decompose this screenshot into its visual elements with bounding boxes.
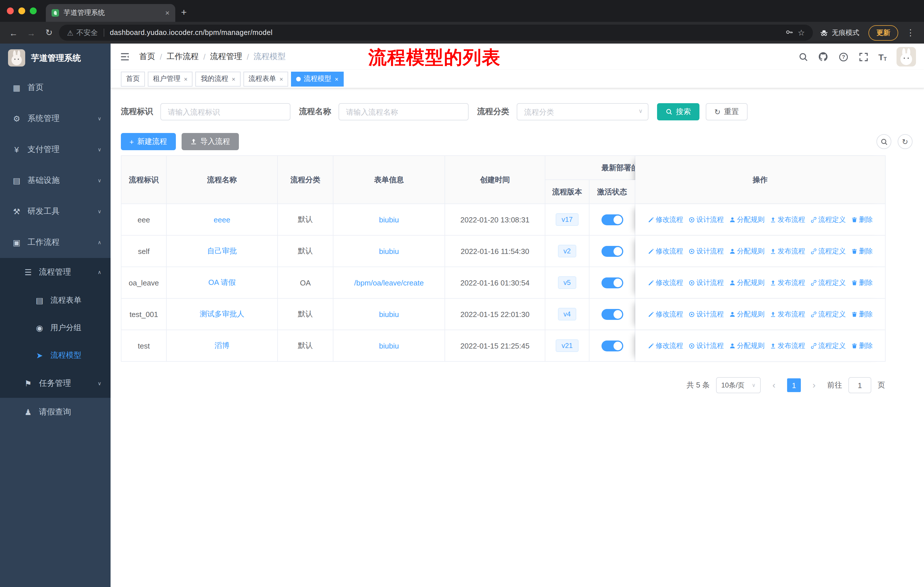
form-link[interactable]: biubiu <box>379 341 399 350</box>
tab-close-icon[interactable]: × <box>165 8 170 17</box>
font-size-icon[interactable]: TT <box>878 52 887 62</box>
sidebar-item-10[interactable]: ⚑任务管理∨ <box>0 369 111 398</box>
sidebar-item-3[interactable]: ▤基础设施∨ <box>0 165 111 196</box>
minimize-window-button[interactable] <box>18 7 25 14</box>
sidebar-item-5[interactable]: ▣工作流程∧ <box>0 227 111 258</box>
sidebar-item-1[interactable]: ⚙系统管理∨ <box>0 103 111 134</box>
process-name-link[interactable]: 自己审批 <box>207 246 237 255</box>
sidebar-item-6[interactable]: ☰流程管理∧ <box>0 258 111 287</box>
breadcrumb-item-2[interactable]: 流程管理 <box>210 51 242 62</box>
form-link[interactable]: biubiu <box>379 310 399 318</box>
name-input[interactable] <box>338 103 469 121</box>
address-bar[interactable]: ⚠ 不安全 dashboard.yudao.iocoder.cn/bpm/man… <box>59 25 813 41</box>
password-key-icon[interactable] <box>785 28 794 38</box>
action-edit[interactable]: 修改流程 <box>648 309 683 319</box>
action-definition[interactable]: 流程定义 <box>810 309 846 319</box>
action-delete[interactable]: 删除 <box>851 278 873 288</box>
process-name-link[interactable]: 滔博 <box>214 341 229 350</box>
active-toggle[interactable] <box>601 246 623 256</box>
close-icon[interactable]: × <box>232 75 236 82</box>
security-status[interactable]: ⚠ 不安全 <box>67 28 98 38</box>
process-name-link[interactable]: 测试多审批人 <box>200 309 244 318</box>
action-design[interactable]: 设计流程 <box>688 215 724 225</box>
form-link[interactable]: /bpm/oa/leave/create <box>354 278 424 287</box>
action-definition[interactable]: 流程定义 <box>810 341 846 351</box>
reset-button[interactable]: ↻ 重置 <box>706 103 747 121</box>
tag-3[interactable]: 流程表单× <box>243 71 289 86</box>
update-button[interactable]: 更新 <box>868 25 898 40</box>
action-publish[interactable]: 发布流程 <box>770 309 805 319</box>
forward-icon[interactable]: → <box>23 25 39 40</box>
sidebar-item-0[interactable]: ▦首页 <box>0 72 111 103</box>
action-design[interactable]: 设计流程 <box>688 309 724 319</box>
close-icon[interactable]: × <box>335 75 338 82</box>
tag-0[interactable]: 首页 <box>121 71 145 86</box>
action-design[interactable]: 设计流程 <box>688 278 724 288</box>
goto-page-input[interactable] <box>848 377 871 393</box>
action-assign[interactable]: 分配规则 <box>729 341 764 351</box>
bookmark-star-icon[interactable]: ☆ <box>798 28 805 37</box>
key-input[interactable] <box>160 103 290 121</box>
action-assign[interactable]: 分配规则 <box>729 278 764 288</box>
sidebar-item-7[interactable]: ▤流程表单 <box>0 287 111 314</box>
process-name-link[interactable]: eeee <box>214 215 230 224</box>
fullscreen-icon[interactable] <box>858 51 869 62</box>
page-size-select[interactable]: 10条/页 ∨ <box>716 377 761 393</box>
action-edit[interactable]: 修改流程 <box>648 341 683 351</box>
action-delete[interactable]: 删除 <box>851 215 873 225</box>
breadcrumb-item-1[interactable]: 工作流程 <box>167 51 199 62</box>
help-icon[interactable]: ? <box>838 51 849 62</box>
form-link[interactable]: biubiu <box>379 247 399 255</box>
sidebar-item-11[interactable]: ♟请假查询 <box>0 398 111 427</box>
new-tab-button[interactable]: + <box>175 7 195 22</box>
sidebar-item-4[interactable]: ⚒研发工具∨ <box>0 196 111 227</box>
search-button[interactable]: 搜索 <box>657 103 700 121</box>
action-delete[interactable]: 删除 <box>851 246 873 256</box>
prev-page-button[interactable]: ‹ <box>767 378 781 392</box>
action-design[interactable]: 设计流程 <box>688 341 724 351</box>
import-process-button[interactable]: 导入流程 <box>181 133 239 150</box>
action-assign[interactable]: 分配规则 <box>729 215 764 225</box>
page-1-button[interactable]: 1 <box>787 378 801 392</box>
action-delete[interactable]: 删除 <box>851 309 873 319</box>
action-publish[interactable]: 发布流程 <box>770 215 805 225</box>
action-delete[interactable]: 删除 <box>851 341 873 351</box>
tag-4[interactable]: 流程模型× <box>291 71 344 86</box>
action-definition[interactable]: 流程定义 <box>810 215 846 225</box>
breadcrumb-item-0[interactable]: 首页 <box>139 51 155 62</box>
active-toggle[interactable] <box>601 340 623 351</box>
search-icon[interactable] <box>798 51 808 62</box>
category-select[interactable] <box>517 103 648 121</box>
form-link[interactable]: biubiu <box>379 215 399 224</box>
browser-menu-icon[interactable]: ⋮ <box>903 28 918 38</box>
create-process-button[interactable]: + 新建流程 <box>121 133 176 150</box>
action-publish[interactable]: 发布流程 <box>770 246 805 256</box>
toggle-search-button[interactable] <box>876 134 891 149</box>
sidebar-item-8[interactable]: ◉用户分组 <box>0 314 111 342</box>
close-window-button[interactable] <box>7 7 14 14</box>
action-edit[interactable]: 修改流程 <box>648 215 683 225</box>
sidebar-item-2[interactable]: ¥支付管理∨ <box>0 134 111 165</box>
action-publish[interactable]: 发布流程 <box>770 341 805 351</box>
refresh-table-button[interactable]: ↻ <box>898 134 912 149</box>
active-toggle[interactable] <box>601 277 623 288</box>
action-publish[interactable]: 发布流程 <box>770 278 805 288</box>
tag-2[interactable]: 我的流程× <box>196 71 241 86</box>
hamburger-icon[interactable] <box>119 50 131 63</box>
tag-1[interactable]: 租户管理× <box>148 71 193 86</box>
active-toggle[interactable] <box>601 214 623 225</box>
reload-icon[interactable]: ↻ <box>41 25 57 40</box>
github-icon[interactable] <box>818 51 828 62</box>
browser-tab[interactable]: 芋道管理系统 × <box>46 4 175 22</box>
back-icon[interactable]: ← <box>6 25 21 40</box>
sidebar-item-9[interactable]: ➤流程模型 <box>0 342 111 369</box>
action-edit[interactable]: 修改流程 <box>648 246 683 256</box>
close-icon[interactable]: × <box>280 75 283 82</box>
action-assign[interactable]: 分配规则 <box>729 246 764 256</box>
action-assign[interactable]: 分配规则 <box>729 309 764 319</box>
next-page-button[interactable]: › <box>807 378 821 392</box>
active-toggle[interactable] <box>601 309 623 319</box>
zoom-window-button[interactable] <box>30 7 37 14</box>
action-design[interactable]: 设计流程 <box>688 246 724 256</box>
close-icon[interactable]: × <box>184 75 188 82</box>
